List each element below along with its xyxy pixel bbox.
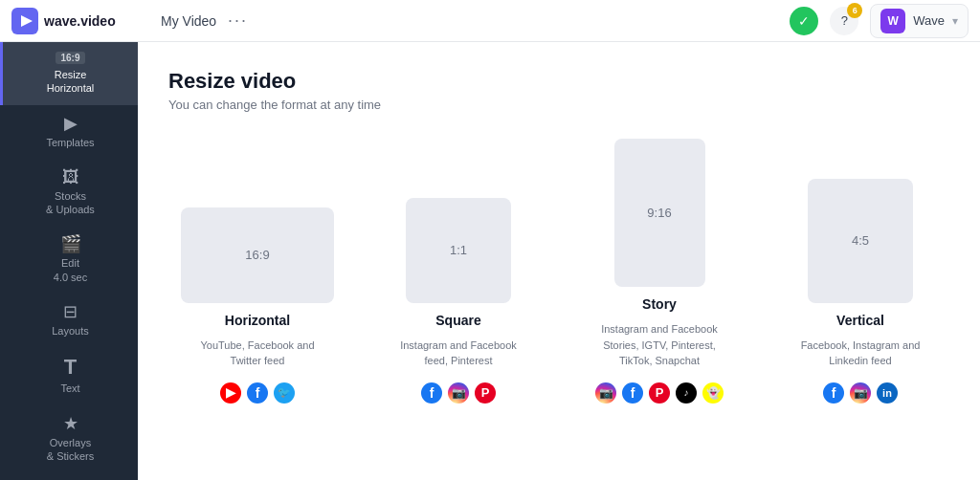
instagram-icon: 📷 [850, 382, 871, 404]
format-name-square: Square [435, 313, 480, 328]
page-title: Resize video [168, 69, 949, 94]
sidebar-item-stocks[interactable]: 🖼 Stocks& Uploads [0, 159, 138, 227]
sidebar-item-label: Edit4.0 sec [54, 256, 87, 284]
ratio-label-vertical: 4:5 [852, 233, 869, 248]
format-socials-horizontal: ▶ f 🐦 [220, 382, 295, 404]
format-desc-square: Instagram and Facebook feed, Pinterest [396, 338, 521, 369]
format-desc-story: Instagram and Facebook Stories, IGTV, Pi… [597, 321, 722, 369]
tiktok-icon: ♪ [676, 382, 697, 404]
resize-label-row: 16:9 [56, 52, 84, 64]
sidebar-item-label: Layouts [52, 324, 89, 338]
sidebar-item-overlays[interactable]: ★ Overlays& Stickers [0, 405, 138, 473]
format-shape-horizontal: 16:9 [181, 207, 334, 303]
logo-icon [11, 8, 38, 34]
youtube-icon: ▶ [220, 382, 241, 404]
check-icon: ✓ [798, 13, 810, 29]
instagram-icon: 📷 [448, 382, 469, 404]
logo-text: wave.video [44, 13, 116, 29]
format-shape-square: 1:1 [406, 198, 511, 303]
avatar: W [880, 9, 905, 33]
facebook-icon: f [421, 382, 442, 404]
format-socials-square: f 📷 P [421, 382, 496, 404]
question-icon: ? [841, 13, 848, 28]
format-card-story[interactable]: 9:16 Story Instagram and Facebook Storie… [570, 139, 748, 404]
format-socials-vertical: f 📷 in [823, 382, 898, 404]
main-area: 16:9 ResizeHorizontal ▶ Templates 🖼 Stoc… [0, 42, 980, 480]
format-desc-vertical: Facebook, Instagram and Linkedin feed [798, 338, 923, 369]
ratio-badge: 16:9 [56, 52, 84, 64]
sidebar-item-layouts[interactable]: ⊟ Layouts [0, 294, 138, 347]
format-name-story: Story [642, 296, 677, 312]
ratio-label-horizontal: 16:9 [245, 248, 269, 262]
format-desc-horizontal: YouTube, Facebook and Twitter feed [195, 338, 320, 369]
format-socials-story: 📷 f P ♪ 👻 [595, 382, 724, 404]
chevron-down-icon: ▾ [952, 14, 958, 28]
facebook-icon: f [622, 382, 643, 404]
pinterest-icon: P [649, 382, 670, 404]
facebook-icon: f [823, 382, 844, 404]
sidebar: 16:9 ResizeHorizontal ▶ Templates 🖼 Stoc… [0, 42, 138, 480]
help-button[interactable]: ? 6 [830, 7, 858, 35]
format-card-square[interactable]: 1:1 Square Instagram and Facebook feed, … [369, 198, 547, 404]
sidebar-item-label: Templates [46, 136, 94, 149]
pinterest-icon: P [475, 382, 496, 404]
formats-grid: 16:9 Horizontal YouTube, Facebook and Tw… [168, 139, 949, 404]
page-subtitle: You can change the format at any time [168, 98, 949, 112]
sidebar-item-label: ResizeHorizontal [47, 68, 95, 96]
snapchat-icon: 👻 [702, 382, 724, 404]
sidebar-item-edit[interactable]: 🎬 Edit4.0 sec [0, 226, 138, 294]
instagram-icon: 📷 [595, 382, 616, 404]
linkedin-icon: in [877, 382, 898, 404]
edit-icon: 🎬 [60, 235, 81, 252]
text-icon: T [64, 357, 77, 378]
ratio-label-story: 9:16 [647, 206, 671, 220]
format-name-horizontal: Horizontal [225, 313, 290, 328]
templates-icon: ▶ [64, 115, 78, 132]
sidebar-item-text[interactable]: T Text [0, 347, 138, 404]
ratio-label-square: 1:1 [450, 243, 467, 257]
video-title: My Video [161, 13, 216, 29]
sidebar-item-label: Overlays& Stickers [47, 436, 95, 464]
format-card-vertical[interactable]: 4:5 Vertical Facebook, Instagram and Lin… [771, 179, 949, 404]
header: wave.video My Video ··· ✓ ? 6 W Wave ▾ [0, 0, 980, 42]
overlays-icon: ★ [63, 415, 78, 432]
sidebar-item-label: Text [60, 382, 79, 395]
layouts-icon: ⊟ [63, 303, 78, 320]
sidebar-item-resize[interactable]: 16:9 ResizeHorizontal [0, 42, 138, 105]
facebook-icon: f [247, 382, 268, 404]
help-badge: 6 [847, 3, 862, 18]
logo: wave.video [11, 8, 149, 34]
twitter-icon: 🐦 [274, 382, 295, 404]
format-name-vertical: Vertical [836, 313, 884, 328]
sidebar-item-label: Stocks& Uploads [46, 189, 95, 217]
format-card-horizontal[interactable]: 16:9 Horizontal YouTube, Facebook and Tw… [168, 207, 346, 404]
format-shape-vertical: 4:5 [808, 179, 913, 303]
more-options-button[interactable]: ··· [228, 11, 248, 31]
content-area: Resize video You can change the format a… [138, 42, 980, 480]
profile-name: Wave [913, 13, 945, 28]
stocks-icon: 🖼 [62, 168, 79, 185]
sidebar-item-watermarks[interactable]: ◎ Watermarks [0, 472, 138, 480]
save-check-button[interactable]: ✓ [790, 7, 818, 35]
sidebar-item-templates[interactable]: ▶ Templates [0, 105, 138, 159]
profile-menu[interactable]: W Wave ▾ [870, 4, 969, 38]
format-shape-story: 9:16 [614, 139, 705, 287]
